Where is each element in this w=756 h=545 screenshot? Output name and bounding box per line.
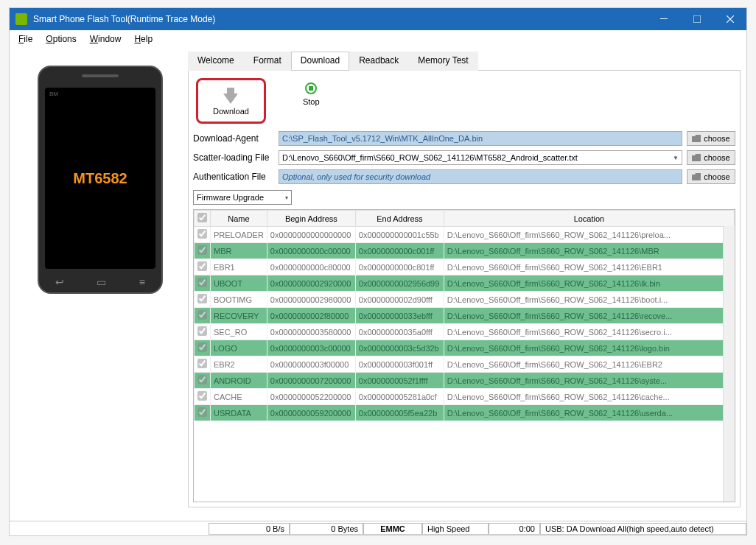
close-button[interactable]: [713, 8, 746, 30]
cell-begin: 0x0000000000000000: [267, 227, 355, 243]
cell-name: USRDATA: [211, 405, 267, 421]
minimize-icon: [660, 15, 668, 23]
scatter-field[interactable]: D:\Lenovo_S660\Off_firm\S660_ROW_S062_14…: [279, 150, 682, 165]
cell-begin: 0x0000000000c00000: [267, 243, 355, 259]
cell-location: D:\Lenovo_S660\Off_firm\S660_ROW_S062_14…: [444, 389, 734, 405]
cell-begin: 0x0000000002920000: [267, 275, 355, 292]
table-row[interactable]: LOGO 0x0000000003c00000 0x0000000003c5d3…: [195, 340, 735, 356]
stop-button[interactable]: Stop: [295, 78, 327, 110]
maximize-icon: [693, 15, 701, 23]
tab-memtest[interactable]: Memory Test: [408, 52, 477, 71]
svg-rect-1: [693, 15, 701, 23]
download-button[interactable]: Download: [196, 78, 266, 124]
cell-location: D:\Lenovo_S660\Off_firm\S660_ROW_S062_14…: [444, 243, 734, 259]
phone-brand: BM: [49, 91, 58, 97]
row-checkbox[interactable]: [197, 342, 207, 352]
menu-window[interactable]: Window: [84, 32, 127, 46]
download-pane: Download Stop Download-Agent C:\SP_Flash…: [188, 70, 741, 507]
tab-format[interactable]: Format: [244, 52, 291, 71]
row-checkbox[interactable]: [197, 310, 207, 320]
cell-begin: 0x0000000003c00000: [267, 340, 355, 356]
cell-begin: 0x0000000052200000: [267, 389, 355, 405]
window-title: Smart Phone Flash Tool(Runtime Trace Mod…: [33, 14, 647, 24]
cell-end: 0x00000000033ebfff: [355, 308, 444, 324]
download-arrow-icon: [223, 94, 238, 104]
phone-home-icon: ▭: [97, 276, 106, 288]
table-row[interactable]: CACHE 0x0000000052200000 0x000000005281a…: [195, 389, 735, 405]
row-checkbox[interactable]: [197, 278, 207, 287]
chip-label: MT6582: [73, 170, 127, 187]
cell-location: D:\Lenovo_S660\Off_firm\S660_ROW_S062_14…: [444, 340, 734, 356]
cell-location: D:\Lenovo_S660\Off_firm\S660_ROW_S062_14…: [444, 259, 734, 275]
dropdown-icon: ▼: [673, 155, 679, 161]
row-checkbox[interactable]: [197, 261, 207, 271]
cell-name: EBR2: [211, 356, 267, 373]
tab-bar: Welcome Format Download Readback Memory …: [188, 51, 741, 70]
row-checkbox[interactable]: [197, 229, 207, 239]
row-checkbox[interactable]: [197, 407, 207, 417]
row-checkbox[interactable]: [197, 326, 207, 336]
table-row[interactable]: ANDROID 0x0000000007200000 0x0000000052f…: [195, 373, 735, 389]
cell-end: 0x00000000035a0fff: [355, 324, 444, 340]
phone-menu-icon: ≡: [139, 276, 145, 288]
col-name[interactable]: Name: [211, 211, 267, 227]
folder-icon: [692, 154, 701, 161]
minimize-button[interactable]: [647, 8, 680, 30]
cell-location: D:\Lenovo_S660\Off_firm\S660_ROW_S062_14…: [444, 405, 734, 421]
cell-end: 0x0000000003c5d32b: [355, 340, 444, 356]
table-row[interactable]: PRELOADER 0x0000000000000000 0x000000000…: [195, 227, 735, 243]
table-row[interactable]: USRDATA 0x0000000059200000 0x000000005f5…: [195, 405, 735, 421]
menu-options[interactable]: Options: [40, 32, 82, 46]
stop-icon: [305, 82, 317, 94]
stop-button-label: Stop: [303, 97, 320, 106]
scatter-choose-button[interactable]: choose: [687, 150, 735, 165]
status-bar: 0 B/s 0 Bytes EMMC High Speed 0:00 USB: …: [10, 521, 746, 535]
row-checkbox[interactable]: [197, 245, 207, 255]
cell-end: 0x0000000000c801ff: [355, 259, 444, 275]
phone-mockup: BM MT6582 ↩ ▭ ≡: [38, 66, 163, 294]
auth-field[interactable]: Optional, only used for security downloa…: [279, 169, 682, 184]
partition-grid: Name Begin Address End Address Location …: [193, 209, 735, 502]
da-field[interactable]: C:\SP_Flash_Tool_v5.1712_Win\MTK_AllInOn…: [279, 131, 682, 146]
status-speed: 0 B/s: [209, 523, 290, 535]
phone-back-icon: ↩: [55, 276, 64, 288]
col-begin[interactable]: Begin Address: [267, 211, 355, 227]
tab-download[interactable]: Download: [291, 52, 349, 71]
cell-end: 0x0000000002d90fff: [355, 292, 444, 308]
cell-end: 0x0000000000c001ff: [355, 243, 444, 259]
cell-begin: 0x0000000003f00000: [267, 356, 355, 373]
header-checkbox[interactable]: [197, 213, 207, 222]
cell-location: D:\Lenovo_S660\Off_firm\S660_ROW_S062_14…: [444, 292, 734, 308]
cell-name: UBOOT: [211, 275, 267, 292]
col-location[interactable]: Location: [444, 211, 734, 227]
tab-welcome[interactable]: Welcome: [188, 52, 244, 71]
auth-choose-button[interactable]: choose: [687, 169, 735, 184]
col-end[interactable]: End Address: [355, 211, 444, 227]
grid-scrollbar[interactable]: [723, 226, 735, 502]
status-bytes: 0 Bytes: [290, 523, 363, 535]
table-row[interactable]: RECOVERY 0x0000000002f80000 0x0000000003…: [195, 308, 735, 324]
table-row[interactable]: EBR2 0x0000000003f00000 0x0000000003f001…: [195, 356, 735, 373]
table-row[interactable]: EBR1 0x0000000000c80000 0x0000000000c801…: [195, 259, 735, 275]
status-mode: High Speed: [422, 523, 489, 535]
row-checkbox[interactable]: [197, 375, 207, 384]
mode-select[interactable]: Firmware Upgrade▾: [193, 190, 292, 205]
row-checkbox[interactable]: [197, 294, 207, 303]
table-row[interactable]: MBR 0x0000000000c00000 0x0000000000c001f…: [195, 243, 735, 259]
da-choose-button[interactable]: choose: [687, 131, 735, 146]
cell-name: LOGO: [211, 340, 267, 356]
row-checkbox[interactable]: [197, 391, 207, 401]
table-row[interactable]: BOOTIMG 0x0000000002980000 0x0000000002d…: [195, 292, 735, 308]
cell-name: ANDROID: [211, 373, 267, 389]
menu-help[interactable]: Help: [128, 32, 158, 46]
da-label: Download-Agent: [193, 133, 274, 144]
table-row[interactable]: UBOOT 0x0000000002920000 0x0000000002956…: [195, 275, 735, 292]
maximize-button[interactable]: [680, 8, 713, 30]
cell-begin: 0x0000000000c80000: [267, 259, 355, 275]
cell-end: 0x0000000052f1ffff: [355, 373, 444, 389]
tab-readback[interactable]: Readback: [349, 52, 408, 71]
cell-begin: 0x0000000002980000: [267, 292, 355, 308]
menu-file[interactable]: File: [13, 32, 38, 46]
row-checkbox[interactable]: [197, 359, 207, 368]
table-row[interactable]: SEC_RO 0x0000000003580000 0x00000000035a…: [195, 324, 735, 340]
